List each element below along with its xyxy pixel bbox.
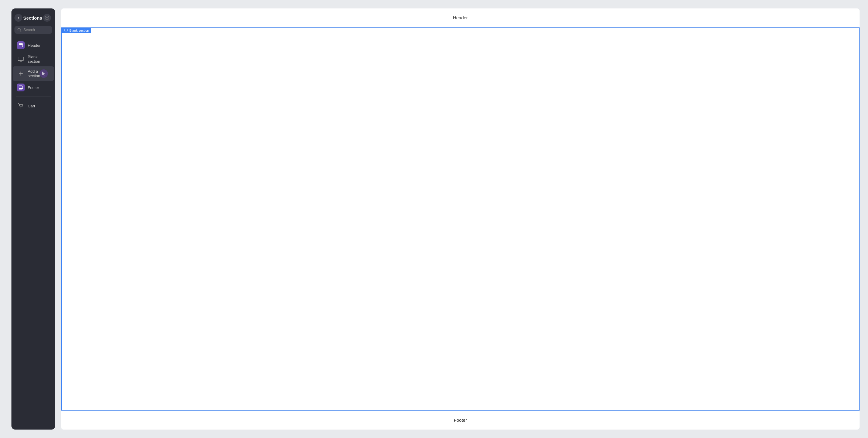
- sidebar-item-add-section[interactable]: Add a section: [13, 66, 54, 81]
- search-input[interactable]: [24, 28, 49, 32]
- sidebar-item-blank-section-label: Blank section: [28, 55, 50, 64]
- search-icon: [18, 28, 22, 32]
- svg-point-7: [20, 108, 21, 108]
- main-canvas-area: Header Blank section Footer: [61, 8, 860, 430]
- sidebar-item-cart[interactable]: Cart: [13, 99, 54, 113]
- sidebar-item-cart-label: Cart: [28, 104, 35, 108]
- sidebar-item-footer[interactable]: Footer: [13, 81, 54, 94]
- sidebar-item-add-section-label: Add a section: [28, 69, 50, 78]
- add-section-icon-box: [17, 70, 25, 78]
- back-button[interactable]: [14, 14, 22, 22]
- svg-rect-4: [18, 57, 24, 61]
- header-icon-box: [17, 41, 25, 49]
- footer-section-icon: [19, 85, 23, 90]
- canvas-wrapper: Header Blank section Footer: [61, 8, 860, 430]
- plus-icon: [19, 71, 23, 76]
- svg-rect-9: [64, 29, 68, 31]
- svg-rect-6: [19, 88, 23, 89]
- sidebar-title: Sections: [23, 16, 42, 21]
- canvas-footer-section[interactable]: Footer: [61, 411, 860, 430]
- sidebar-item-blank-section[interactable]: Blank section: [13, 52, 54, 66]
- sidebar-item-header-label: Header: [28, 43, 41, 48]
- search-bar: [14, 26, 52, 34]
- sidebar-item-header[interactable]: Header: [13, 39, 54, 52]
- cart-icon: [18, 103, 24, 109]
- cart-icon-box: [17, 102, 25, 110]
- monitor-icon: [18, 57, 24, 62]
- monitor-small-icon: [64, 29, 68, 32]
- blank-section-badge: Blank section: [62, 28, 91, 33]
- svg-rect-3: [19, 43, 23, 45]
- blank-section-label-text: Blank section: [69, 29, 89, 32]
- canvas-header-section[interactable]: Header: [61, 8, 860, 27]
- plus-circle-icon: [45, 16, 49, 20]
- blank-section-icon-box: [17, 55, 25, 63]
- svg-point-8: [22, 108, 22, 108]
- canvas-header-text: Header: [453, 15, 468, 20]
- canvas-footer-text: Footer: [454, 417, 467, 422]
- divider: [16, 96, 51, 97]
- header-section-icon: [19, 43, 23, 47]
- footer-icon-box: [17, 84, 25, 91]
- add-section-top-button[interactable]: [43, 14, 51, 22]
- sidebar-item-footer-label: Footer: [28, 85, 39, 90]
- sidebar: Sections Header: [11, 8, 55, 430]
- svg-point-1: [18, 28, 21, 31]
- sidebar-header: Sections: [11, 14, 55, 22]
- chevron-left-icon: [17, 16, 20, 19]
- canvas-blank-section[interactable]: Blank section: [61, 27, 860, 411]
